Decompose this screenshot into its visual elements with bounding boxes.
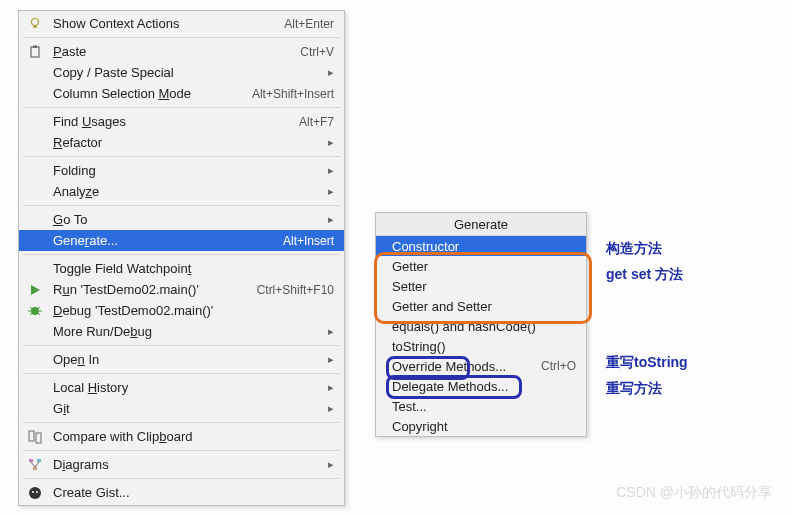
menu-item-17[interactable]: Debug 'TestDemo02.main()' [19, 300, 344, 321]
menu-item-7[interactable]: Refactor▸ [19, 132, 344, 153]
annotation-override: 重写方法 [606, 380, 662, 398]
submenu-arrow-icon: ▸ [328, 353, 334, 366]
generate-label: Test... [392, 399, 576, 414]
generate-item-getter[interactable]: Getter [376, 256, 586, 276]
submenu-title: Generate [376, 213, 586, 236]
menu-item-22[interactable]: Local History▸ [19, 377, 344, 398]
menu-separator [23, 37, 340, 38]
submenu-arrow-icon: ▸ [328, 381, 334, 394]
menu-label: Refactor [53, 135, 320, 150]
generate-submenu: Generate ConstructorGetterSetterGetter a… [375, 212, 587, 437]
svg-point-5 [31, 307, 39, 315]
generate-item-setter[interactable]: Setter [376, 276, 586, 296]
submenu-arrow-icon: ▸ [328, 185, 334, 198]
menu-label: Run 'TestDemo02.main()' [53, 282, 247, 297]
menu-separator [23, 373, 340, 374]
menu-label: Local History [53, 380, 320, 395]
compare-icon [27, 429, 43, 445]
svg-rect-1 [34, 26, 37, 28]
play-icon [27, 282, 43, 298]
menu-shortcut: Ctrl+Shift+F10 [257, 283, 334, 297]
svg-line-8 [30, 307, 32, 309]
svg-line-9 [38, 307, 40, 309]
menu-item-2[interactable]: PasteCtrl+V [19, 41, 344, 62]
menu-item-12[interactable]: Go To▸ [19, 209, 344, 230]
generate-item-copyright[interactable]: Copyright [376, 416, 586, 436]
generate-item-override-methods[interactable]: Override Methods...Ctrl+O [376, 356, 586, 376]
menu-item-6[interactable]: Find UsagesAlt+F7 [19, 111, 344, 132]
submenu-arrow-icon: ▸ [328, 66, 334, 79]
svg-line-10 [30, 313, 32, 315]
menu-item-10[interactable]: Analyze▸ [19, 181, 344, 202]
submenu-arrow-icon: ▸ [328, 164, 334, 177]
svg-marker-4 [31, 285, 40, 295]
svg-point-21 [36, 491, 38, 493]
generate-label: Override Methods... [392, 359, 541, 374]
menu-item-4[interactable]: Column Selection ModeAlt+Shift+Insert [19, 83, 344, 104]
menu-shortcut: Alt+Enter [284, 17, 334, 31]
github-icon [27, 485, 43, 501]
menu-label: Debug 'TestDemo02.main()' [53, 303, 334, 318]
menu-shortcut: Alt+F7 [299, 115, 334, 129]
menu-item-15[interactable]: Toggle Field Watchpoint [19, 258, 344, 279]
svg-point-20 [32, 491, 34, 493]
menu-item-29[interactable]: Create Gist... [19, 482, 344, 503]
generate-label: equals() and hashCode() [392, 319, 576, 334]
context-menu: Show Context ActionsAlt+EnterPasteCtrl+V… [18, 10, 345, 506]
svg-rect-16 [33, 467, 37, 470]
generate-label: toString() [392, 339, 576, 354]
menu-shortcut: Alt+Insert [283, 234, 334, 248]
menu-item-13[interactable]: Generate...Alt+Insert [19, 230, 344, 251]
generate-item-test[interactable]: Test... [376, 396, 586, 416]
bug-icon [27, 303, 43, 319]
generate-shortcut: Ctrl+O [541, 359, 576, 373]
menu-separator [23, 107, 340, 108]
menu-item-23[interactable]: Git▸ [19, 398, 344, 419]
menu-shortcut: Alt+Shift+Insert [252, 87, 334, 101]
menu-label: Go To [53, 212, 320, 227]
annotation-getset: get set 方法 [606, 266, 683, 284]
menu-label: Analyze [53, 184, 320, 199]
menu-label: Folding [53, 163, 320, 178]
menu-item-3[interactable]: Copy / Paste Special▸ [19, 62, 344, 83]
diagram-icon [27, 457, 43, 473]
menu-item-9[interactable]: Folding▸ [19, 160, 344, 181]
svg-point-19 [29, 487, 41, 499]
generate-item-equals-and-hashcode[interactable]: equals() and hashCode() [376, 316, 586, 336]
menu-label: Show Context Actions [53, 16, 274, 31]
generate-item-constructor[interactable]: Constructor [376, 236, 586, 256]
annotation-tostring: 重写toString [606, 354, 688, 372]
svg-line-18 [35, 462, 39, 467]
generate-item-delegate-methods[interactable]: Delegate Methods... [376, 376, 586, 396]
generate-label: Constructor [392, 239, 576, 254]
menu-label: Create Gist... [53, 485, 334, 500]
submenu-arrow-icon: ▸ [328, 213, 334, 226]
generate-item-getter-and-setter[interactable]: Getter and Setter [376, 296, 586, 316]
menu-item-16[interactable]: Run 'TestDemo02.main()'Ctrl+Shift+F10 [19, 279, 344, 300]
menu-item-0[interactable]: Show Context ActionsAlt+Enter [19, 13, 344, 34]
menu-label: Toggle Field Watchpoint [53, 261, 334, 276]
submenu-arrow-icon: ▸ [328, 458, 334, 471]
menu-item-25[interactable]: Compare with Clipboard [19, 426, 344, 447]
menu-shortcut: Ctrl+V [300, 45, 334, 59]
svg-point-0 [32, 18, 39, 25]
menu-separator [23, 422, 340, 423]
menu-separator [23, 254, 340, 255]
svg-rect-12 [29, 431, 34, 441]
menu-label: Diagrams [53, 457, 320, 472]
menu-item-18[interactable]: More Run/Debug▸ [19, 321, 344, 342]
menu-label: Generate... [53, 233, 273, 248]
submenu-arrow-icon: ▸ [328, 325, 334, 338]
svg-rect-15 [37, 459, 41, 462]
generate-item-tostring[interactable]: toString() [376, 336, 586, 356]
menu-label: Copy / Paste Special [53, 65, 320, 80]
menu-separator [23, 205, 340, 206]
menu-separator [23, 156, 340, 157]
svg-rect-14 [29, 459, 33, 462]
generate-label: Copyright [392, 419, 576, 434]
menu-item-27[interactable]: Diagrams▸ [19, 454, 344, 475]
svg-line-17 [31, 462, 35, 467]
submenu-arrow-icon: ▸ [328, 402, 334, 415]
menu-separator [23, 478, 340, 479]
menu-item-20[interactable]: Open In▸ [19, 349, 344, 370]
